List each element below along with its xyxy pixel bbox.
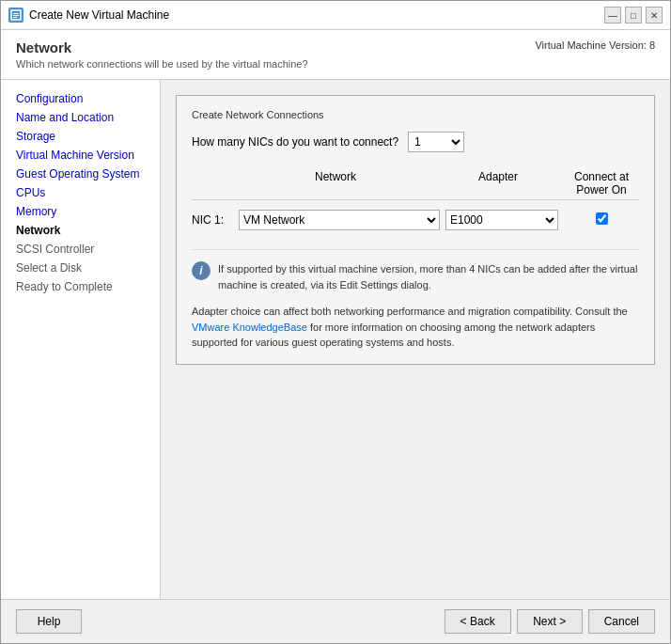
nic-count-label: How many NICs do you want to connect? — [192, 135, 398, 149]
svg-rect-1 — [13, 13, 19, 14]
window-title: Create New Virtual Machine — [29, 8, 169, 22]
svg-rect-3 — [13, 17, 17, 18]
maximize-button[interactable]: □ — [625, 7, 642, 24]
sidebar-item-vm-version[interactable]: Virtual Machine Version — [1, 146, 160, 165]
content-area: Configuration Name and Location Storage … — [1, 80, 670, 599]
header-info: Network Which network connections will b… — [16, 39, 308, 70]
sidebar-item-select-disk: Select a Disk — [1, 259, 160, 277]
footer-right: < Back Next > Cancel — [445, 609, 655, 634]
connect-at-power-on-checkbox[interactable] — [596, 212, 608, 225]
sidebar-item-cpus[interactable]: CPUs — [1, 183, 160, 202]
header-section: Network Which network connections will b… — [1, 30, 670, 80]
nic-count-select[interactable]: 1 2 3 4 — [408, 132, 464, 152]
sidebar-item-name-location[interactable]: Name and Location — [1, 108, 160, 127]
window-controls: — □ ✕ — [604, 7, 663, 24]
window-icon — [8, 8, 23, 23]
create-network-panel: Create Network Connections How many NICs… — [176, 95, 655, 365]
network-select-1[interactable]: VM Network — [239, 210, 440, 230]
sidebar-item-ready: Ready to Complete — [1, 277, 160, 296]
close-button[interactable]: ✕ — [646, 7, 663, 24]
nic-row-1: NIC 1: VM Network E1000 VMXNET VMXNET3 F… — [192, 206, 639, 234]
back-button[interactable]: < Back — [445, 609, 511, 634]
vm-version-label: Virtual Machine Version: 8 — [535, 39, 655, 51]
cancel-button[interactable]: Cancel — [588, 609, 655, 634]
title-bar-left: Create New Virtual Machine — [8, 8, 169, 23]
main-window: Create New Virtual Machine — □ ✕ Network… — [0, 0, 671, 644]
info-text-2-before: Adapter choice can affect both networkin… — [192, 306, 628, 317]
col-adapter-header: Adapter — [432, 170, 564, 196]
info-row-1: i If supported by this virtual machine v… — [192, 261, 639, 292]
title-bar: Create New Virtual Machine — □ ✕ — [1, 1, 670, 30]
next-button[interactable]: Next > — [517, 609, 583, 634]
panel-title: Create Network Connections — [192, 109, 639, 120]
nic-count-row: How many NICs do you want to connect? 1 … — [192, 132, 639, 152]
connect-checkbox-1 — [564, 212, 639, 228]
main-content: Create Network Connections How many NICs… — [161, 80, 670, 599]
info-icon: i — [192, 261, 211, 280]
info-text-2: Adapter choice can affect both networkin… — [192, 304, 639, 351]
help-button[interactable]: Help — [16, 609, 82, 634]
sidebar-item-guest-os[interactable]: Guest Operating System — [1, 165, 160, 183]
sidebar: Configuration Name and Location Storage … — [1, 80, 161, 599]
nic-1-label: NIC 1: — [192, 213, 239, 227]
vmware-knowledgebase-link[interactable]: VMware KnowledgeBase — [192, 322, 307, 333]
info-text-1: If supported by this virtual machine ver… — [218, 261, 639, 292]
adapter-select-1[interactable]: E1000 VMXNET VMXNET3 Flexible — [445, 210, 558, 230]
info-section: i If supported by this virtual machine v… — [192, 249, 639, 351]
col-connect-header: Connect atPower On — [564, 170, 639, 196]
col-network-header: Network — [239, 170, 432, 196]
sidebar-item-scsi: SCSI Controller — [1, 240, 160, 259]
footer: Help < Back Next > Cancel — [1, 599, 670, 643]
sidebar-item-configuration[interactable]: Configuration — [1, 89, 160, 108]
svg-rect-2 — [13, 15, 19, 16]
page-title: Network — [16, 39, 308, 55]
sidebar-item-memory[interactable]: Memory — [1, 202, 160, 221]
page-subtitle: Which network connections will be used b… — [16, 58, 308, 70]
minimize-button[interactable]: — — [604, 7, 621, 24]
network-table-header: Network Adapter Connect atPower On — [192, 167, 639, 200]
sidebar-item-storage[interactable]: Storage — [1, 127, 160, 146]
sidebar-item-network: Network — [1, 221, 160, 240]
